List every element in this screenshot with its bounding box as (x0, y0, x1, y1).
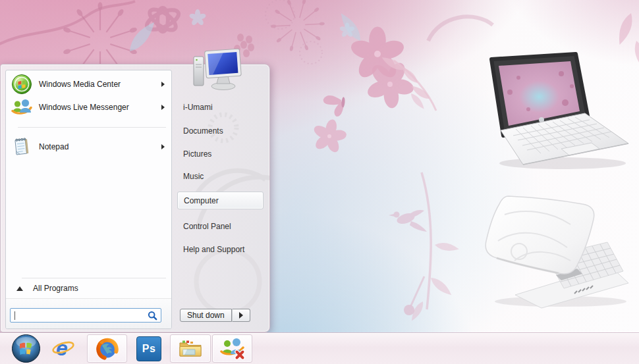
shut-down-label: Shut down (187, 311, 225, 320)
windows-media-center-icon (11, 74, 32, 95)
shut-down-options-button[interactable] (232, 309, 250, 322)
search-box[interactable] (10, 308, 161, 323)
internet-explorer-icon: e (51, 336, 76, 361)
desktop: Windows Media Center Windows Live Messen… (0, 0, 639, 364)
svg-text:e: e (56, 336, 68, 360)
taskbar-messenger-button[interactable] (212, 334, 252, 363)
laptop-open-image (462, 50, 631, 172)
user-name-label: i-Umami (183, 103, 213, 112)
user-name[interactable]: i-Umami (183, 101, 262, 114)
start-menu: Windows Media Center Windows Live Messen… (0, 64, 270, 332)
place-label: Control Panel (183, 222, 231, 231)
place-label: Pictures (183, 149, 211, 159)
start-menu-item-help-and-support[interactable]: Help and Support (183, 243, 262, 256)
photoshop-label: Ps (142, 343, 156, 355)
start-menu-item-documents[interactable]: Documents (183, 124, 262, 138)
submenu-arrow-icon (161, 144, 165, 149)
place-label: Computer (184, 196, 219, 205)
shut-down-arrow-icon (239, 312, 243, 319)
all-programs-button[interactable]: All Programs (6, 280, 171, 297)
photoshop-ps-icon: Ps (136, 336, 161, 361)
messenger-offline-icon (220, 337, 245, 361)
search-icon (148, 311, 157, 321)
taskbar-photoshop-button[interactable]: Ps (135, 334, 163, 363)
start-menu-item-windows-live-messenger[interactable]: Windows Live Messenger (6, 96, 171, 118)
computer-icon (192, 49, 247, 91)
place-label: Help and Support (183, 245, 244, 254)
notepad-icon (11, 136, 32, 157)
text-caret (14, 311, 15, 320)
start-menu-item-label: Windows Live Messenger (39, 103, 129, 112)
submenu-arrow-icon (161, 82, 165, 87)
all-programs-up-arrow-icon (16, 286, 23, 291)
place-label: Documents (183, 126, 223, 136)
start-menu-item-windows-media-center[interactable]: Windows Media Center (6, 73, 171, 95)
start-menu-item-label: Notepad (39, 142, 69, 151)
taskbar-firefox-button[interactable] (87, 334, 127, 363)
start-menu-item-control-panel[interactable]: Control Panel (183, 220, 262, 233)
start-button[interactable] (11, 334, 41, 363)
start-menu-item-music[interactable]: Music (183, 170, 262, 183)
menu-separator (18, 127, 166, 128)
taskbar: e Ps (0, 332, 639, 364)
search-section (6, 298, 171, 328)
start-menu-left-panel: Windows Media Center Windows Live Messen… (5, 70, 172, 329)
taskbar-windows-explorer-button[interactable] (170, 334, 211, 363)
firefox-icon (96, 338, 119, 360)
laptop-closed-image (478, 188, 639, 309)
submenu-arrow-icon (161, 105, 165, 110)
menu-separator (22, 278, 166, 278)
shutdown-controls: Shut down (180, 309, 250, 322)
start-menu-item-pictures[interactable]: Pictures (183, 147, 262, 161)
windows-live-messenger-icon (11, 97, 32, 118)
place-label: Music (183, 172, 204, 181)
all-programs-label: All Programs (33, 284, 78, 293)
start-menu-item-notepad[interactable]: Notepad (6, 136, 171, 158)
search-input[interactable] (11, 310, 148, 321)
start-menu-item-computer[interactable]: Computer (177, 192, 264, 209)
taskbar-internet-explorer-button[interactable]: e (50, 334, 76, 363)
folder-icon (178, 338, 203, 359)
start-menu-item-label: Windows Media Center (39, 80, 121, 89)
shut-down-button[interactable]: Shut down (180, 309, 232, 322)
